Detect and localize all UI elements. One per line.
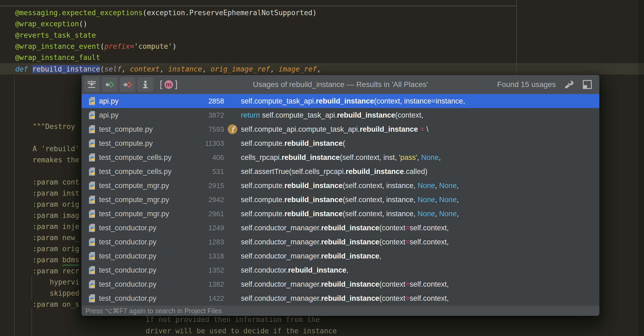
editor-code-line: @reverts_task_state	[15, 30, 96, 41]
code-token: (	[100, 42, 104, 50]
python-file-icon	[88, 111, 95, 119]
editor-code-line: @messaging.expected_exceptions(exception…	[15, 7, 317, 18]
editor-scrollbar-track[interactable]	[638, 0, 644, 336]
usage-line-number: 1422	[191, 294, 224, 303]
open-in-window-icon[interactable]	[582, 80, 592, 89]
code-token: @wrap_instance_fault	[15, 53, 100, 62]
python-file-icon	[88, 97, 95, 105]
usage-row[interactable]: test_conductor.py1249self.conductor_mana…	[82, 221, 599, 235]
code-token: 'compute'	[134, 42, 172, 50]
usage-row[interactable]: test_compute_cells.py531self.assertTrue(…	[82, 164, 599, 179]
usage-row[interactable]: api.py3872return self.compute_task_api.r…	[82, 108, 599, 122]
usage-code-preview: self.conductor_manager.rebuild_instance,	[241, 252, 599, 260]
python-file-icon	[88, 266, 95, 274]
usage-file-name: test_compute_mgr.py	[95, 182, 191, 190]
editor-docstring-line: remakes the	[33, 154, 79, 166]
usage-file-name: api.py	[95, 97, 191, 105]
python-file-icon	[88, 224, 95, 232]
bracket-right: ]	[173, 80, 179, 89]
usage-file-name: test_compute.py	[95, 139, 191, 148]
python-file-icon	[88, 252, 95, 260]
usage-file-name: test_conductor.py	[95, 252, 191, 260]
indent-guide	[14, 76, 15, 336]
show-write-access-button[interactable]	[120, 77, 135, 92]
code-token: context	[130, 65, 160, 73]
usage-row[interactable]: api.py2858self.compute_task_api.rebuild_…	[82, 94, 599, 108]
python-file-icon	[88, 252, 95, 260]
usage-row[interactable]: test_conductor.py1422self.conductor_mana…	[82, 291, 599, 305]
python-file-icon	[88, 111, 95, 119]
popup-status-bar: Press ⌥⌘F7 again to search in Project Fi…	[82, 305, 599, 316]
code-token: self	[104, 65, 122, 73]
code-token: image_ref	[279, 65, 317, 73]
show-read-access-icon	[104, 80, 115, 89]
code-token: @reverts_task_state	[15, 31, 96, 39]
python-file-icon	[88, 167, 95, 176]
editor-code-line: def rebuild_instance(self, context, inst…	[15, 64, 321, 75]
usage-row[interactable]: test_conductor.py1382self.conductor_mana…	[82, 277, 599, 291]
python-file-icon	[88, 153, 95, 162]
python-file-icon	[88, 238, 95, 246]
show-write-access-icon	[122, 80, 133, 89]
usage-file-name: test_compute_mgr.py	[95, 210, 191, 218]
code-token: def	[15, 65, 32, 73]
python-file-icon	[88, 125, 95, 134]
editor-docstring-line: :param inje	[33, 221, 79, 232]
editor-docstring-line: A 'rebuild'	[33, 143, 79, 154]
editor-docstring-line: :param inst	[33, 188, 79, 199]
usage-file-name: test_conductor.py	[95, 224, 191, 232]
method-separator-line	[0, 6, 516, 6]
show-read-access-button[interactable]	[102, 77, 117, 92]
python-file-icon	[88, 209, 95, 218]
code-token: ,	[317, 65, 321, 73]
code-token: )	[172, 42, 177, 50]
editor-docstring-line: :param recr	[33, 266, 79, 277]
usage-file-name: test_compute_mgr.py	[95, 196, 191, 204]
usage-line-number: 2942	[191, 196, 224, 204]
editor-docstring-line: driver will be used to decide if the ins…	[146, 325, 337, 336]
usage-code-preview: self.compute_task_api.rebuild_instance(c…	[241, 97, 599, 105]
usage-code-preview: self.assertTrue(self.cells_rpcapi.rebuil…	[241, 167, 599, 176]
python-file-icon	[88, 266, 95, 274]
editor-docstring-line: :param imag	[33, 210, 79, 221]
info-icon	[141, 80, 150, 89]
usage-row[interactable]: test_compute_cells.py406cells_rpcapi.reb…	[82, 150, 599, 164]
open-in-toolwindow-button[interactable]	[84, 77, 100, 92]
code-token: @messaging.expected_exceptions	[15, 9, 143, 17]
usage-file-name: test_compute.py	[95, 125, 191, 134]
usage-row[interactable]: test_compute.py7593fself.compute_api.com…	[82, 122, 599, 136]
usage-row[interactable]: test_conductor.py1352self.conductor.rebu…	[82, 263, 599, 277]
usage-row[interactable]: test_compute_mgr.py2961self.compute.rebu…	[82, 207, 599, 221]
function-icon: f	[224, 124, 241, 134]
usage-line-number: 1352	[191, 266, 224, 274]
usage-line-number: 3872	[191, 111, 224, 119]
usage-file-name: test_compute_cells.py	[95, 167, 191, 176]
usage-row[interactable]: test_compute_mgr.py2915self.compute.rebu…	[82, 179, 599, 193]
python-file-icon	[88, 139, 95, 148]
editor-docstring-line: :param new_	[33, 232, 79, 243]
usage-row[interactable]: test_compute.py11303self.compute.rebuild…	[82, 136, 599, 150]
usage-code-preview: self.compute.rebuild_instance(self.conte…	[241, 182, 599, 190]
code-token: instance	[168, 65, 202, 73]
show-info-button[interactable]	[138, 77, 153, 92]
popup-header: [ m ] Usages of rebuild_instance — Resul…	[82, 75, 599, 94]
right-margin-guide	[516, 0, 517, 75]
editor-docstring-line: hypervi	[50, 277, 79, 288]
editor-code-line: @wrap_instance_fault	[15, 52, 100, 63]
settings-wrench-icon[interactable]	[564, 79, 574, 90]
usage-file-name: test_conductor.py	[95, 238, 191, 246]
code-token: prefix	[104, 42, 130, 50]
usage-file-name: test_compute_cells.py	[95, 153, 191, 162]
merge-method-toggle[interactable]: [ m ]	[158, 80, 179, 89]
usage-row[interactable]: test_compute_mgr.py2942self.compute.rebu…	[82, 193, 599, 207]
python-file-icon	[88, 224, 95, 232]
usage-row[interactable]: test_conductor.py1283self.conductor_mana…	[82, 235, 599, 249]
usage-file-name: test_conductor.py	[95, 294, 191, 303]
code-token: (exception.PreserveEphemeralNotSupported…	[143, 9, 317, 17]
python-file-icon	[88, 209, 95, 218]
usage-row[interactable]: test_conductor.py1318self.conductor_mana…	[82, 249, 599, 263]
usage-line-number: 1382	[191, 280, 224, 289]
usage-line-number: 2961	[191, 210, 224, 218]
python-file-icon	[88, 97, 95, 105]
editor-docstring-line: :param cont	[33, 177, 79, 188]
